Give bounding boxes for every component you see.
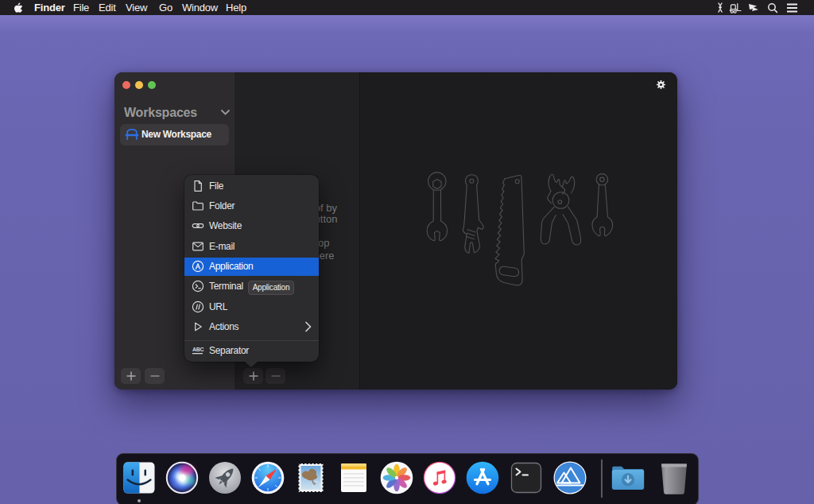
svg-text:ABC: ABC xyxy=(192,347,204,352)
